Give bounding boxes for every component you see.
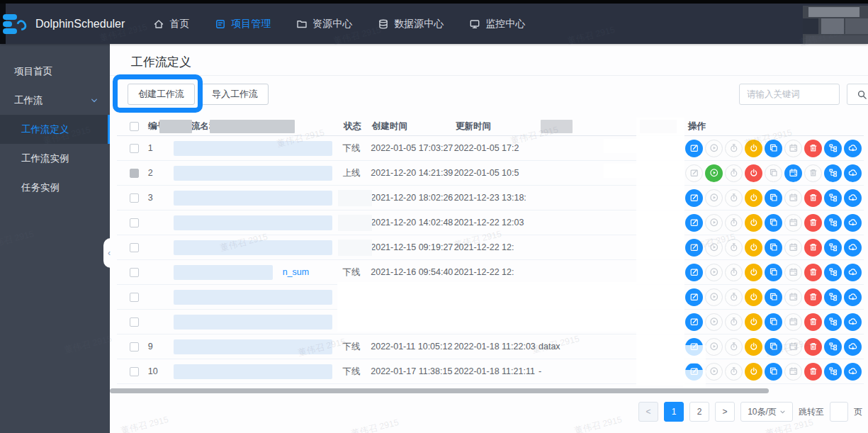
sidebar-item-workflow-definition[interactable]: 工作流定义 [0,115,110,144]
online-toggle-button[interactable] [745,189,762,207]
tree-view-button[interactable] [824,140,842,157]
nav-item-datasource[interactable]: 数据源中心 [378,18,444,30]
copy-button[interactable] [765,313,782,331]
copy-button[interactable] [765,338,782,356]
timer-button[interactable] [725,239,743,257]
search-input[interactable] [739,84,840,105]
row-checkbox[interactable] [130,268,139,277]
user-menu-redacted[interactable] [803,6,868,44]
sidebar-item-workflow[interactable]: 工作流 [0,86,110,115]
edit-button[interactable] [685,338,703,356]
edit-button[interactable] [685,164,703,182]
edit-button[interactable] [685,140,703,157]
run-button[interactable] [705,338,723,356]
row-checkbox[interactable] [130,317,139,327]
tree-view-button[interactable] [824,214,842,232]
edit-button[interactable] [685,214,703,232]
export-button[interactable] [844,264,862,281]
tree-view-button[interactable] [824,189,842,207]
create-workflow-button[interactable]: 创建工作流 [128,84,195,105]
cron-manage-button[interactable] [784,363,802,381]
online-toggle-button[interactable] [745,338,762,356]
export-button[interactable] [844,140,862,157]
delete-button[interactable] [804,239,822,257]
timer-button[interactable] [725,313,743,331]
jump-page-input[interactable] [830,402,848,422]
horizontal-scrollbar[interactable] [110,388,769,393]
pagination-next-button[interactable]: > [715,402,735,422]
run-button[interactable] [705,140,723,157]
pagination-prev-button[interactable]: < [638,402,658,422]
copy-button[interactable] [765,189,782,207]
edit-button[interactable] [685,189,703,207]
timer-button[interactable] [725,264,743,281]
timer-button[interactable] [725,338,743,356]
row-checkbox[interactable] [130,218,139,227]
delete-button[interactable] [804,140,822,157]
nav-item-project[interactable]: 项目管理 [215,18,271,30]
timer-button[interactable] [725,363,743,381]
cron-manage-button[interactable] [784,239,802,257]
row-checkbox[interactable] [130,367,139,376]
copy-button[interactable] [765,214,782,232]
online-toggle-button[interactable] [745,214,762,232]
sidebar-item-workflow-instance[interactable]: 工作流实例 [0,144,110,173]
timer-button[interactable] [725,214,743,232]
row-checkbox[interactable] [130,144,139,153]
run-button[interactable] [705,239,723,257]
delete-button[interactable] [804,363,822,381]
select-all-checkbox[interactable] [130,122,139,131]
export-button[interactable] [844,363,862,381]
row-checkbox[interactable] [130,293,139,302]
export-button[interactable] [844,338,862,356]
run-button[interactable] [705,363,723,381]
delete-button[interactable] [804,214,822,232]
run-button[interactable] [705,214,723,232]
sidebar-collapse-handle[interactable]: ‹ [103,238,115,268]
delete-button[interactable] [804,338,822,356]
online-toggle-button[interactable] [745,313,762,331]
online-toggle-button[interactable] [745,140,762,157]
online-toggle-button[interactable] [745,239,762,257]
tree-view-button[interactable] [824,363,842,381]
cron-manage-button[interactable] [784,189,802,207]
run-button[interactable] [705,288,723,306]
delete-button[interactable] [804,288,822,306]
delete-button[interactable] [804,313,822,331]
cron-manage-button[interactable] [784,313,802,331]
delete-button[interactable] [804,189,822,207]
export-button[interactable] [844,189,862,207]
tree-view-button[interactable] [824,164,842,182]
timer-button[interactable] [725,189,743,207]
timer-button[interactable] [725,164,743,182]
page-size-select[interactable]: 10条/页 [740,402,793,422]
tree-view-button[interactable] [824,288,842,306]
cron-manage-button[interactable] [784,288,802,306]
search-button[interactable] [847,84,868,105]
edit-button[interactable] [685,313,703,331]
cron-manage-button[interactable] [784,338,802,356]
cron-manage-button[interactable] [784,140,802,157]
delete-button[interactable] [804,164,822,182]
online-toggle-button[interactable] [745,264,762,281]
online-toggle-button[interactable] [745,164,762,182]
tree-view-button[interactable] [824,264,842,281]
export-button[interactable] [844,214,862,232]
copy-button[interactable] [765,363,782,381]
edit-button[interactable] [685,363,703,381]
run-button[interactable] [705,189,723,207]
export-button[interactable] [844,164,862,182]
import-workflow-button[interactable]: 导入工作流 [201,84,269,105]
pagination-page-2[interactable]: 2 [689,402,709,422]
edit-button[interactable] [685,288,703,306]
edit-button[interactable] [685,264,703,281]
copy-button[interactable] [765,264,782,281]
tree-view-button[interactable] [824,239,842,257]
row-checkbox[interactable] [130,169,139,178]
sidebar-item-task-instance[interactable]: 任务实例 [0,173,110,202]
row-checkbox[interactable] [130,243,139,252]
timer-button[interactable] [725,140,743,157]
cron-manage-button[interactable] [784,164,802,182]
nav-item-monitor[interactable]: 监控中心 [469,18,525,30]
run-button[interactable] [705,313,723,331]
